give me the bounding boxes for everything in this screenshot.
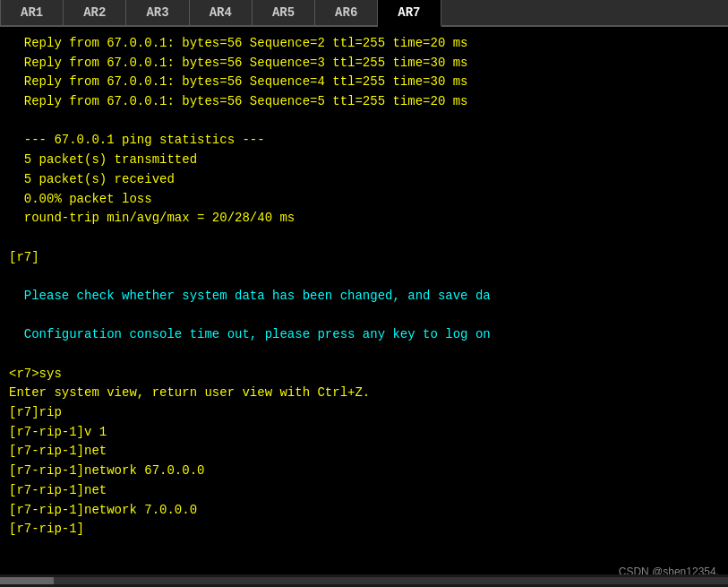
terminal[interactable]: Reply from 67.0.0.1: bytes=56 Sequence=2…: [0, 27, 728, 587]
tab-ar1[interactable]: AR1: [0, 0, 64, 25]
tab-ar2[interactable]: AR2: [64, 0, 126, 25]
tab-ar6[interactable]: AR6: [315, 0, 378, 25]
tab-ar5[interactable]: AR5: [253, 0, 315, 25]
tab-ar3[interactable]: AR3: [126, 0, 189, 25]
main-window: AR1AR2AR3AR4AR5AR6AR7 Reply from 67.0.0.…: [0, 0, 728, 587]
scrollbar-thumb[interactable]: [0, 577, 54, 584]
tab-bar: AR1AR2AR3AR4AR5AR6AR7: [0, 0, 728, 27]
terminal-output: Reply from 67.0.0.1: bytes=56 Sequence=2…: [9, 34, 719, 540]
scrollbar-track: [0, 577, 728, 584]
tab-ar7[interactable]: AR7: [378, 0, 441, 27]
scrollbar-area[interactable]: [0, 574, 728, 587]
tab-ar4[interactable]: AR4: [190, 0, 253, 25]
